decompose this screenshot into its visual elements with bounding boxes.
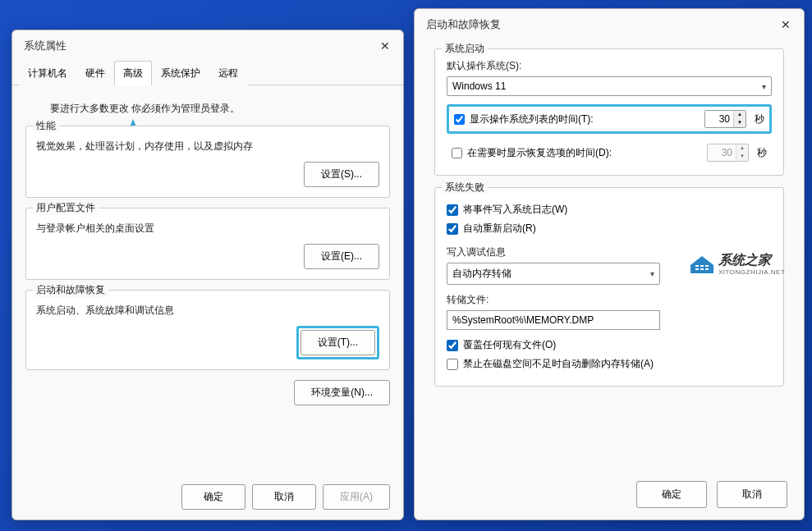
group-title-startup: 启动和故障恢复: [33, 283, 108, 297]
performance-desc: 视觉效果，处理器计划，内存使用，以及虚拟内存: [36, 140, 379, 153]
titlebar: 系统属性 ✕: [12, 30, 403, 60]
default-os-value: Windows 11: [452, 80, 506, 92]
group-title-userprofile: 用户配置文件: [33, 201, 99, 215]
admin-note: 要进行大多数更改 你必须作为管理员登录。: [50, 102, 390, 116]
dump-file-label: 转储文件:: [447, 293, 772, 307]
show-os-list-spinner[interactable]: ▲▼: [704, 110, 746, 128]
dialog-title: 系统属性: [24, 39, 67, 53]
group-title-system-failure: 系统失败: [442, 181, 488, 195]
group-title-performance: 性能: [33, 119, 59, 133]
cancel-button[interactable]: 取消: [252, 484, 316, 510]
dialog-title: 启动和故障恢复: [426, 17, 501, 32]
spinner-up-icon: ▲: [736, 144, 748, 153]
titlebar: 启动和故障恢复 ✕: [415, 9, 804, 39]
show-recovery-checkbox[interactable]: [452, 148, 462, 158]
tab-computer-name[interactable]: 计算机名: [19, 61, 76, 85]
debug-info-label: 写入调试信息: [447, 245, 772, 259]
default-os-select[interactable]: Windows 11 ▾: [447, 76, 772, 96]
tab-remote[interactable]: 远程: [209, 61, 247, 85]
spinner-up-icon[interactable]: ▲: [734, 111, 745, 119]
show-os-list-checkbox[interactable]: [454, 114, 465, 125]
close-icon[interactable]: ✕: [779, 18, 792, 31]
auto-restart-label: 自动重新启动(R): [463, 222, 536, 236]
default-os-label: 默认操作系统(S):: [447, 59, 772, 73]
show-recovery-label: 在需要时显示恢复选项的时间(D):: [467, 146, 702, 160]
startup-desc: 系统启动、系统故障和调试信息: [36, 304, 379, 318]
tab-advanced[interactable]: 高级: [114, 61, 152, 85]
environment-variables-button[interactable]: 环境变量(N)...: [294, 380, 390, 405]
dialog-content: 系统启动 默认操作系统(S): Windows 11 ▾ 显示操作系统列表的时间…: [415, 39, 804, 408]
performance-settings-button[interactable]: 设置(S)...: [304, 162, 379, 187]
performance-group: 性能 视觉效果，处理器计划，内存使用，以及虚拟内存 设置(S)...: [25, 126, 390, 198]
cancel-button[interactable]: 取消: [717, 481, 787, 508]
debug-info-value: 自动内存转储: [452, 267, 512, 281]
tab-system-protection[interactable]: 系统保护: [152, 61, 209, 85]
seconds-unit: 秒: [757, 146, 767, 160]
ok-button[interactable]: 确定: [181, 484, 245, 510]
spinner-down-icon[interactable]: ▼: [734, 119, 745, 127]
tab-bar: 计算机名 硬件 高级 系统保护 远程: [12, 60, 403, 85]
ok-button[interactable]: 确定: [636, 481, 707, 508]
startup-recovery-group: 启动和故障恢复 系统启动、系统故障和调试信息 设置(T)...: [25, 290, 390, 370]
dump-file-input[interactable]: [447, 310, 660, 330]
tab-hardware[interactable]: 硬件: [76, 61, 114, 85]
startup-recovery-dialog: 启动和故障恢复 ✕ 系统启动 默认操作系统(S): Windows 11 ▾ 显…: [414, 8, 805, 520]
dialog-footer: 确定 取消: [636, 481, 787, 508]
auto-restart-checkbox[interactable]: [447, 223, 458, 235]
userprofile-settings-button[interactable]: 设置(E)...: [304, 244, 379, 269]
admin-note-right: 你必须作为管理员登录。: [131, 103, 240, 114]
show-recovery-value: [708, 144, 736, 161]
highlight-show-os-list: 显示操作系统列表的时间(T): ▲▼ 秒: [447, 104, 772, 134]
dialog-content: 要进行大多数更改 你必须作为管理员登录。 性能 视觉效果，处理器计划，内存使用，…: [12, 85, 403, 415]
group-title-system-startup: 系统启动: [442, 42, 488, 56]
disable-lowdisk-label: 禁止在磁盘空间不足时自动删除内存转储(A): [463, 357, 654, 371]
apply-button[interactable]: 应用(A): [323, 484, 390, 510]
userprofile-desc: 与登录帐户相关的桌面设置: [36, 222, 379, 236]
close-icon[interactable]: ✕: [378, 39, 392, 53]
write-event-checkbox[interactable]: [447, 204, 458, 216]
chevron-down-icon: ▾: [762, 82, 766, 91]
spinner-down-icon: ▼: [736, 153, 748, 161]
seconds-unit: 秒: [755, 112, 764, 126]
highlight-startup-settings: 设置(T)...: [296, 326, 379, 359]
write-event-label: 将事件写入系统日志(W): [463, 203, 567, 217]
userprofile-group: 用户配置文件 与登录帐户相关的桌面设置 设置(E)...: [25, 208, 390, 280]
system-properties-dialog: 系统属性 ✕ 计算机名 硬件 高级 系统保护 远程 要进行大多数更改 你必须作为…: [11, 30, 404, 520]
show-os-list-value[interactable]: [705, 111, 733, 127]
show-os-list-label: 显示操作系统列表的时间(T):: [470, 112, 700, 126]
dialog-footer: 确定 取消 应用(A): [181, 484, 390, 510]
chevron-down-icon: ▾: [650, 269, 654, 278]
overwrite-label: 覆盖任何现有文件(O): [463, 338, 556, 352]
debug-info-select[interactable]: 自动内存转储 ▾: [447, 263, 660, 285]
overwrite-checkbox[interactable]: [447, 340, 458, 351]
system-startup-group: 系统启动 默认操作系统(S): Windows 11 ▾ 显示操作系统列表的时间…: [434, 48, 784, 176]
startup-settings-button[interactable]: 设置(T)...: [300, 330, 375, 355]
admin-note-left: 要进行大多数更改: [50, 103, 129, 114]
system-failure-group: 系统失败 将事件写入系统日志(W) 自动重新启动(R) 写入调试信息 自动内存转…: [434, 187, 784, 387]
disable-lowdisk-checkbox[interactable]: [447, 359, 458, 370]
show-recovery-spinner: ▲▼: [707, 144, 749, 162]
